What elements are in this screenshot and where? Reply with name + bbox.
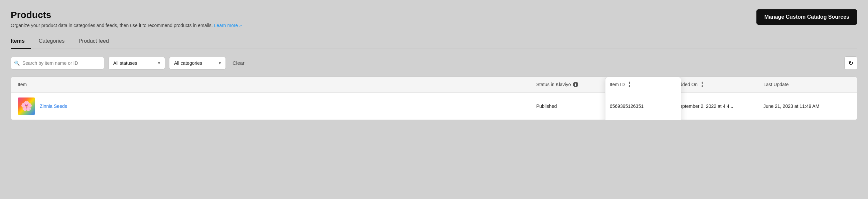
category-dropdown-label: All categories	[174, 60, 202, 66]
search-wrapper: 🔍	[11, 57, 104, 69]
added-on-sort-icon[interactable]: ⬆ ⬇	[701, 81, 704, 88]
last-update-cell: June 21, 2023 at 11:49 AM	[764, 103, 850, 109]
tab-bar: Items Categories Product feed	[11, 35, 857, 49]
category-dropdown[interactable]: All categories ▾	[169, 57, 226, 69]
category-chevron-icon: ▾	[219, 61, 221, 65]
refresh-icon: ↻	[848, 60, 853, 67]
tab-product-feed[interactable]: Product feed	[79, 35, 115, 49]
col-header-added-on: Added On ⬆ ⬇	[677, 81, 764, 88]
status-dropdown[interactable]: All statuses ▾	[108, 57, 165, 69]
item-cell: 🌸 Zinnia Seeds	[18, 98, 536, 115]
item-id-sort-icon[interactable]: ⬆ ⬇	[628, 81, 631, 88]
item-id-cell: 6569395126351	[610, 103, 677, 109]
manage-catalog-button[interactable]: Manage Custom Catalog Sources	[756, 9, 857, 25]
learn-more-link[interactable]: Learn more	[214, 23, 242, 28]
table-row: 🌸 Zinnia Seeds Published 6569395126351 S…	[11, 93, 857, 120]
page-header: Products Organize your product data in c…	[11, 9, 242, 28]
tab-categories[interactable]: Categories	[39, 35, 70, 49]
products-table: Item Status in Klaviyo i Item ID ⬆ ⬇ Add…	[11, 76, 857, 120]
search-icon: 🔍	[14, 60, 20, 66]
tab-items[interactable]: Items	[11, 35, 31, 49]
filter-bar: 🔍 All statuses ▾ All categories ▾ Clear …	[11, 57, 857, 70]
status-info-icon[interactable]: i	[573, 82, 578, 87]
item-name-link[interactable]: Zinnia Seeds	[40, 103, 67, 109]
status-dropdown-label: All statuses	[113, 60, 137, 66]
clear-button[interactable]: Clear	[230, 59, 247, 67]
col-header-status: Status in Klaviyo i	[536, 81, 610, 88]
search-input[interactable]	[11, 57, 104, 69]
page-subtitle: Organize your product data in categories…	[11, 23, 242, 28]
status-cell: Published	[536, 103, 610, 109]
col-header-last-update: Last Update	[764, 81, 850, 88]
added-on-cell: September 2, 2022 at 4:4...	[677, 103, 764, 109]
col-header-item-id: Item ID ⬆ ⬇	[610, 81, 677, 88]
item-thumbnail: 🌸	[18, 98, 35, 115]
status-chevron-icon: ▾	[158, 61, 160, 65]
page-title: Products	[11, 9, 242, 21]
flower-icon: 🌸	[21, 100, 32, 111]
refresh-button[interactable]: ↻	[844, 57, 857, 70]
col-header-item: Item	[18, 81, 536, 88]
table-header-row: Item Status in Klaviyo i Item ID ⬆ ⬇ Add…	[11, 77, 857, 93]
